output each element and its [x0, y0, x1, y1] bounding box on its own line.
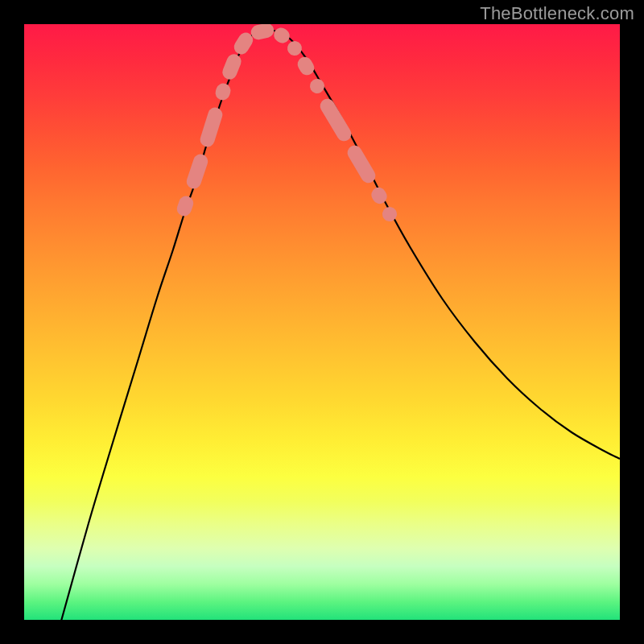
- highlight-marker: [295, 54, 316, 77]
- highlight-marker: [213, 81, 232, 101]
- highlight-marker: [184, 152, 209, 191]
- highlight-marker: [198, 105, 224, 148]
- markers-layer: [24, 24, 620, 620]
- watermark-text: TheBottleneck.com: [480, 3, 634, 24]
- highlight-marker: [285, 39, 305, 59]
- highlight-marker: [369, 185, 390, 207]
- highlight-marker: [271, 25, 293, 46]
- highlight-marker: [317, 96, 353, 143]
- highlight-markers: [175, 24, 399, 224]
- chart-frame: TheBottleneck.com: [0, 0, 644, 644]
- highlight-marker: [345, 142, 378, 185]
- highlight-marker: [175, 194, 195, 218]
- highlight-marker: [380, 204, 400, 225]
- highlight-marker: [250, 24, 275, 41]
- plot-area: [24, 24, 620, 620]
- highlight-marker: [221, 52, 244, 82]
- highlight-marker: [308, 76, 328, 97]
